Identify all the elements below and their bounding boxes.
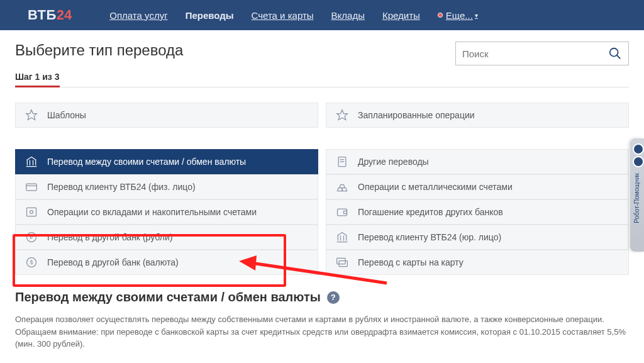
- tile-label: Перевод клиенту ВТБ24 (физ. лицо): [47, 182, 196, 192]
- ruble-icon: ₽: [25, 230, 38, 244]
- svg-point-0: [610, 48, 618, 57]
- svg-text:₽: ₽: [30, 234, 33, 240]
- side-widget-label: Робот-Помощник: [633, 173, 640, 223]
- logo[interactable]: ВТБ24: [25, 6, 72, 24]
- tile-label: Перевод с карты на карту: [358, 257, 464, 267]
- transfer-vtb-client-legal[interactable]: Перевод клиенту ВТБ24 (юр. лицо): [326, 225, 629, 250]
- svg-point-7: [30, 211, 33, 214]
- transfer-metal-accounts[interactable]: Операции с металлическими счетами: [326, 174, 629, 199]
- svg-rect-16: [344, 211, 347, 213]
- wallet-icon: [335, 205, 349, 219]
- side-helper-widget[interactable]: Робот-Помощник: [630, 138, 644, 252]
- logo-text: ВТБ: [28, 7, 57, 23]
- svg-marker-3: [337, 110, 348, 120]
- nav-payments[interactable]: Оплата услуг: [109, 10, 167, 21]
- nav-transfers[interactable]: Переводы: [186, 10, 234, 21]
- transfer-other-bank-currency[interactable]: $ Перевод в другой банк (валюта): [15, 250, 318, 275]
- header-tiles-row: Шаблоны Запланированные операции: [15, 103, 629, 140]
- tile-label: Операции с металлическими счетами: [358, 182, 513, 192]
- templates-label: Шаблоны: [47, 110, 86, 120]
- transfer-types-grid: Перевод между своими счетами / обмен вал…: [15, 149, 629, 275]
- transfer-own-accounts[interactable]: Перевод между своими счетами / обмен вал…: [15, 149, 318, 174]
- search-icon: [608, 47, 622, 60]
- svg-text:$: $: [30, 259, 33, 265]
- search-box: [455, 42, 629, 65]
- transfer-deposits-savings[interactable]: Операции со вкладами и накопительными сч…: [15, 199, 318, 225]
- star-icon: [25, 108, 38, 122]
- nav-more-label: Еще...: [446, 10, 473, 21]
- star-icon: [335, 108, 349, 122]
- transfer-loan-repayment[interactable]: Погашение кредитов других банков: [326, 199, 629, 225]
- top-navbar: ВТБ24 Оплата услуг Переводы Счета и карт…: [0, 0, 644, 30]
- tile-label: Перевод между своими счетами / обмен вал…: [47, 157, 246, 167]
- section-title: Перевод между своими счетами / обмен вал…: [15, 290, 629, 304]
- section-description: Операция позволяет осуществлять переводы…: [15, 313, 629, 350]
- nav-more[interactable]: Еще... ▾: [438, 10, 478, 21]
- scheduled-tile[interactable]: Запланированные операции: [326, 103, 629, 128]
- svg-line-1: [617, 55, 621, 59]
- nav-credits[interactable]: Кредиты: [382, 10, 420, 21]
- logo-suffix: 24: [57, 7, 72, 23]
- svg-rect-4: [26, 184, 37, 191]
- tile-label: Другие переводы: [358, 157, 429, 167]
- right-column: Другие переводы Операции с металлическим…: [326, 149, 629, 275]
- nav-deposits[interactable]: Вклады: [331, 10, 365, 21]
- step-label: Шаг 1 из 3: [15, 72, 60, 87]
- bars-icon: [335, 180, 349, 194]
- cards-icon: [335, 255, 349, 269]
- section-title-text: Перевод между своими счетами / обмен вал…: [15, 290, 321, 304]
- tile-label: Перевод клиенту ВТБ24 (юр. лицо): [358, 232, 501, 242]
- step-indicator: Шаг 1 из 3: [15, 72, 629, 87]
- main-nav: Оплата услуг Переводы Счета и карты Вкла…: [109, 10, 478, 21]
- tile-label: Перевод в другой банк (рубли): [47, 232, 172, 242]
- search-input[interactable]: [456, 48, 602, 59]
- transfer-card-to-card[interactable]: Перевод с карты на карту: [326, 250, 629, 275]
- tile-label: Перевод в другой банк (валюта): [47, 257, 179, 267]
- templates-tile[interactable]: Шаблоны: [15, 103, 318, 128]
- transfer-vtb-client-individual[interactable]: Перевод клиенту ВТБ24 (физ. лицо): [15, 174, 318, 199]
- transfer-other-bank-rub[interactable]: ₽ Перевод в другой банк (рубли): [15, 225, 318, 250]
- chevron-down-icon: ▾: [475, 12, 478, 19]
- bank-icon: [25, 155, 38, 169]
- content-header: Выберите тип перевода: [15, 42, 629, 65]
- main-content: Выберите тип перевода Шаг 1 из 3 Шаблоны: [0, 30, 644, 350]
- svg-marker-2: [26, 110, 37, 120]
- left-column: Перевод между своими счетами / обмен вал…: [15, 149, 318, 275]
- step-underline: [15, 87, 629, 87]
- svg-rect-6: [27, 208, 36, 216]
- tile-label: Погашение кредитов других банков: [358, 207, 503, 217]
- nav-accounts[interactable]: Счета и карты: [252, 10, 314, 21]
- help-icon[interactable]: ?: [327, 291, 340, 304]
- dollar-icon: $: [25, 255, 38, 269]
- page-title: Выберите тип перевода: [15, 42, 183, 59]
- tile-label: Операции со вкладами и накопительными сч…: [47, 207, 257, 217]
- safe-icon: [25, 205, 38, 219]
- document-icon: [335, 155, 349, 169]
- notification-dot-icon: [438, 13, 443, 18]
- card-icon: [25, 180, 38, 194]
- building-icon: [335, 230, 349, 244]
- search-button[interactable]: [602, 42, 628, 65]
- svg-rect-15: [338, 209, 347, 216]
- scheduled-label: Запланированные операции: [358, 110, 475, 120]
- transfer-other[interactable]: Другие переводы: [326, 149, 629, 174]
